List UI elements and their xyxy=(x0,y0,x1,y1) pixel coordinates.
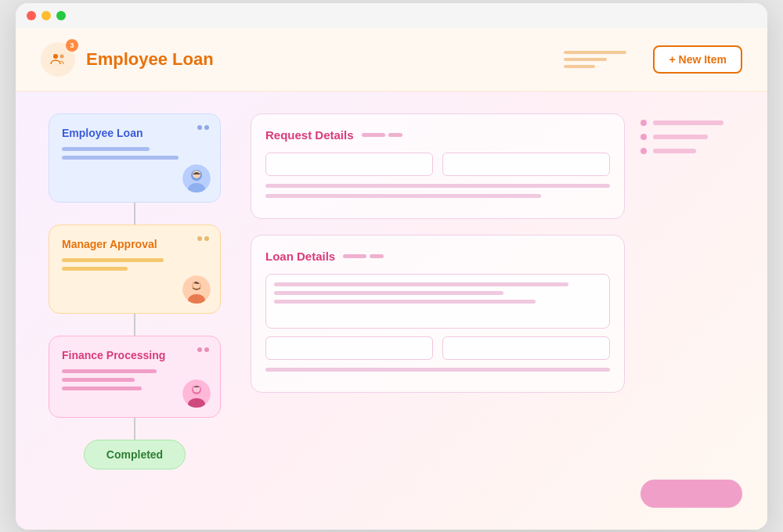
loan-details-header: Loan Details xyxy=(265,250,610,263)
close-dot[interactable] xyxy=(27,11,36,20)
pill-1 xyxy=(362,133,385,137)
step-manager-approval[interactable]: Manager Approval xyxy=(49,225,221,314)
connector-3 xyxy=(134,418,135,440)
bullet-1 xyxy=(640,120,647,126)
step-line-3c xyxy=(62,386,142,390)
step-dots-2 xyxy=(197,236,209,241)
dot-2 xyxy=(204,125,209,130)
sidebar-bar-2 xyxy=(653,135,708,139)
loan-details-section: Loan Details xyxy=(251,235,625,393)
connector-2 xyxy=(134,314,135,336)
step-employee-loan[interactable]: Employee Loan xyxy=(49,113,221,203)
step-lines-2 xyxy=(62,258,207,271)
connector-1 xyxy=(134,203,135,225)
sidebar-item-1 xyxy=(640,120,742,126)
notification-badge: 3 xyxy=(66,39,78,52)
textarea-line-1 xyxy=(274,282,568,286)
right-panel: Request Details xyxy=(251,113,742,508)
header-icon: 3 xyxy=(41,42,75,77)
step-title-finance-processing: Finance Processing xyxy=(62,349,207,361)
header-line-3 xyxy=(564,65,595,68)
bullet-3 xyxy=(640,148,647,154)
request-input-2[interactable] xyxy=(442,153,610,176)
main-content: Employee Loan xyxy=(16,92,767,530)
dot-4 xyxy=(204,236,209,241)
loan-textarea[interactable] xyxy=(265,274,610,329)
sidebar-bar-3 xyxy=(653,149,696,153)
step-line-3a xyxy=(62,369,157,373)
step-line-2b xyxy=(62,267,128,271)
app-window: 3 Employee Loan + New Item Employee Loan xyxy=(16,3,767,530)
avatar-manager-approval xyxy=(182,275,211,304)
sidebar-bar-1 xyxy=(653,120,723,125)
loan-details-pills xyxy=(343,254,384,258)
bullet-2 xyxy=(640,134,647,140)
textarea-line-2 xyxy=(274,291,503,295)
dot-1 xyxy=(197,125,202,130)
form-area: Request Details xyxy=(251,113,625,508)
step-lines-1 xyxy=(62,147,207,160)
sidebar-action-button[interactable] xyxy=(640,480,742,508)
step-line-3b xyxy=(62,378,135,382)
sidebar-item-3 xyxy=(640,148,742,154)
header-line-2 xyxy=(564,58,607,61)
request-line-1 xyxy=(265,184,610,188)
step-line-1b xyxy=(62,156,179,160)
pill-2 xyxy=(388,133,402,137)
page-title: Employee Loan xyxy=(86,49,553,70)
header-decoration xyxy=(564,51,626,68)
completed-badge: Completed xyxy=(84,440,186,469)
dot-6 xyxy=(204,347,209,352)
sidebar-content xyxy=(640,120,742,508)
users-icon xyxy=(49,50,67,69)
loan-form-row-1 xyxy=(265,336,610,360)
avatar-finance-processing xyxy=(182,379,211,408)
workflow-column: Employee Loan xyxy=(41,113,229,508)
minimize-dot[interactable] xyxy=(41,11,51,20)
request-details-section: Request Details xyxy=(251,113,625,219)
svg-point-0 xyxy=(53,54,58,59)
textarea-line-3 xyxy=(274,300,536,304)
loan-input-2[interactable] xyxy=(442,336,610,360)
loan-line-1 xyxy=(265,368,610,372)
step-line-1a xyxy=(62,147,150,151)
header-line-1 xyxy=(564,51,626,54)
request-details-pills xyxy=(362,133,402,137)
sidebar-panel xyxy=(640,113,742,508)
request-details-title: Request Details xyxy=(265,128,354,142)
maximize-dot[interactable] xyxy=(56,11,66,20)
new-item-button[interactable]: + New Item xyxy=(653,45,742,74)
step-dots-1 xyxy=(197,125,209,130)
step-title-employee-loan: Employee Loan xyxy=(62,127,207,139)
svg-point-1 xyxy=(60,54,64,58)
pill-3 xyxy=(343,254,366,258)
loan-details-title: Loan Details xyxy=(265,250,335,263)
header: 3 Employee Loan + New Item xyxy=(16,28,767,92)
dot-3 xyxy=(197,236,202,241)
step-dots-3 xyxy=(197,347,209,352)
step-title-manager-approval: Manager Approval xyxy=(62,238,207,250)
titlebar xyxy=(16,3,767,28)
request-line-2 xyxy=(265,194,541,198)
step-finance-processing[interactable]: Finance Processing xyxy=(49,336,221,418)
pill-4 xyxy=(370,254,384,258)
step-line-2a xyxy=(62,258,164,262)
request-input-1[interactable] xyxy=(265,153,433,176)
request-details-header: Request Details xyxy=(265,128,610,142)
dot-5 xyxy=(197,347,202,352)
sidebar-item-2 xyxy=(640,134,742,140)
request-form-row-1 xyxy=(265,153,610,176)
loan-input-1[interactable] xyxy=(265,336,433,360)
avatar-employee-loan xyxy=(182,164,211,192)
